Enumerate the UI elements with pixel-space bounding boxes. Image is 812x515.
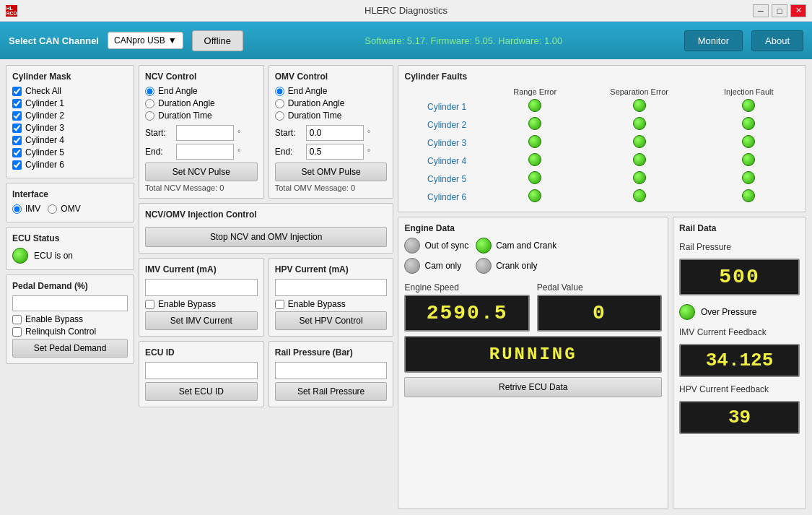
imv-label: IMV [25, 204, 40, 214]
imv-current-input[interactable]: 2500.0 [145, 279, 258, 296]
rail-pressure-bar-title: Rail Pressure (Bar) [275, 347, 388, 358]
ncv-duration-angle-radio[interactable] [145, 99, 154, 108]
engine-speed-label: Engine Speed [404, 282, 529, 293]
omv-duration-angle-label: Duration Angle [288, 98, 345, 108]
maximize-button[interactable]: □ [772, 4, 787, 17]
cylinder-link[interactable]: Cylinder 1 [427, 102, 466, 112]
ncv-end-angle-radio[interactable] [145, 87, 154, 96]
cylinder-link[interactable]: Cylinder 3 [427, 138, 466, 148]
omv-start-input[interactable] [306, 125, 364, 141]
hpv-current-input[interactable]: 100.0 [275, 279, 388, 296]
cylinder3-checkbox[interactable] [12, 124, 22, 133]
bottom-row: Engine Data Out of sync Cam only [398, 217, 806, 509]
set-hpv-control-button[interactable]: Set HPV Control [275, 311, 388, 330]
set-rail-pressure-button[interactable]: Set Rail Pressure [275, 382, 388, 401]
cylinder-link[interactable]: Cylinder 6 [427, 192, 466, 202]
ecu-status-led [12, 248, 28, 264]
hpv-feedback-display: 39 [679, 401, 800, 434]
table-row: Cylinder 5 [404, 170, 800, 188]
cylinder-faults-title: Cylinder Faults [404, 72, 800, 82]
engine-speed-display: 2590.5 [404, 295, 529, 332]
cylinder-link[interactable]: Cylinder 2 [427, 120, 466, 130]
omv-radio[interactable] [48, 204, 57, 214]
omv-duration-time-radio[interactable] [275, 111, 284, 121]
monitor-button[interactable]: Monitor [684, 30, 743, 51]
omv-duration-time-label: Duration Time [288, 111, 342, 121]
separation-error-led-0 [633, 99, 646, 112]
cylinder2-checkbox[interactable] [12, 111, 22, 121]
omv-end-angle-radio[interactable] [275, 87, 284, 96]
ncv-duration-angle-label: Duration Angle [158, 98, 215, 108]
cylinder6-label: Cylinder 6 [25, 160, 64, 170]
top-bar: Select CAN Channel CANpro USB ▼ Offline … [0, 22, 812, 59]
relinquish-control-checkbox[interactable] [12, 327, 22, 337]
cylinder6-checkbox[interactable] [12, 160, 22, 170]
ncv-duration-time-radio[interactable] [145, 111, 154, 121]
rail-pressure-bar-panel: Rail Pressure (Bar) 0.0 Set Rail Pressur… [269, 341, 394, 407]
cylinder5-checkbox[interactable] [12, 148, 22, 157]
injection-fault-led-5 [742, 189, 755, 202]
cylinder-link[interactable]: Cylinder 4 [427, 156, 466, 166]
retrieve-ecu-data-button[interactable]: Retrive ECU Data [404, 377, 662, 397]
omv-label: OMV [61, 204, 80, 214]
close-button[interactable]: ✕ [790, 4, 806, 17]
rail-pressure-bar-input[interactable]: 0.0 [275, 362, 388, 379]
ncv-start-deg: ° [237, 129, 240, 137]
running-display: RUNNING [404, 336, 662, 373]
set-ncv-pulse-button[interactable]: Set NCV Pulse [145, 163, 258, 181]
set-imv-current-button[interactable]: Set IMV Current [145, 311, 258, 330]
left-column: Cylinder Mask Check All Cylinder 1 Cylin… [6, 65, 134, 509]
cylinder-link[interactable]: Cylinder 5 [427, 174, 466, 184]
ecu-id-input[interactable]: 15 [145, 362, 258, 379]
cylinder-mask-panel: Cylinder Mask Check All Cylinder 1 Cylin… [6, 65, 134, 178]
pedal-demand-input[interactable]: 0.0 [12, 295, 128, 311]
hpv-enable-bypass-checkbox[interactable] [275, 300, 284, 309]
can-dropdown[interactable]: CANpro USB ▼ [108, 32, 183, 49]
omv-end-label: End: [275, 147, 302, 157]
hpv-enable-bypass-label: Enable Bypass [288, 299, 346, 309]
omv-end-input[interactable] [306, 144, 364, 160]
cylinder4-checkbox[interactable] [12, 136, 22, 145]
imv-enable-bypass-checkbox[interactable] [145, 300, 154, 309]
set-pedal-demand-button[interactable]: Set Pedal Demand [12, 339, 128, 358]
separation-error-led-2 [633, 135, 646, 148]
omv-duration-angle-radio[interactable] [275, 99, 284, 108]
pedal-enable-bypass-checkbox[interactable] [12, 315, 22, 324]
separation-error-led-1 [633, 117, 646, 130]
set-omv-pulse-button[interactable]: Set OMV Pulse [275, 163, 388, 181]
app-icon: HLRCD [6, 5, 17, 17]
fault-table: Range Error Separation Error Injection F… [404, 86, 800, 206]
about-button[interactable]: About [751, 30, 803, 51]
omv-control-title: OMV Control [275, 72, 388, 82]
title-bar: HLRCD HLERC Diagnostics ─ □ ✕ [0, 0, 812, 22]
hpv-current-panel: HPV Current (mA) 100.0 Enable Bypass Set… [269, 258, 394, 337]
cylinder5-label: Cylinder 5 [25, 147, 64, 157]
imv-radio[interactable] [12, 204, 22, 214]
pedal-value-label: Pedal Value [537, 282, 662, 293]
ncv-end-deg: ° [237, 147, 240, 156]
range-error-led-1 [528, 117, 541, 130]
imv-current-panel: IMV Current (mA) 2500.0 Enable Bypass Se… [139, 258, 264, 337]
rail-data-title: Rail Data [679, 223, 800, 233]
firmware-text: Software: 5.17. Firmware: 5.05. Hardware… [252, 35, 676, 46]
stop-injection-button[interactable]: Stop NCV and OMV Injection [145, 227, 387, 247]
omv-total-msg: Total OMV Message: 0 [275, 183, 388, 192]
table-row: Cylinder 3 [404, 134, 800, 152]
ncv-end-input[interactable] [176, 144, 234, 160]
ncv-start-input[interactable] [176, 125, 234, 141]
can-channel-label: Select CAN Channel [9, 35, 99, 46]
app-title: HLERC Diagnostics [364, 5, 448, 16]
hpv-current-title: HPV Current (mA) [275, 264, 388, 274]
pedal-demand-title: Pedal Demand (%) [12, 281, 128, 291]
table-row: Cylinder 1 [404, 98, 800, 116]
set-ecu-id-button[interactable]: Set ECU ID [145, 382, 258, 401]
minimize-button[interactable]: ─ [753, 4, 769, 17]
range-error-led-4 [528, 171, 541, 184]
table-row: Cylinder 4 [404, 152, 800, 170]
separation-error-led-4 [633, 171, 646, 184]
offline-button[interactable]: Offline [192, 30, 243, 51]
pedal-demand-panel: Pedal Demand (%) 0.0 Enable Bypass Relin… [6, 274, 134, 364]
table-row: Cylinder 6 [404, 188, 800, 206]
cylinder1-checkbox[interactable] [12, 99, 22, 108]
check-all-checkbox[interactable] [12, 87, 22, 96]
